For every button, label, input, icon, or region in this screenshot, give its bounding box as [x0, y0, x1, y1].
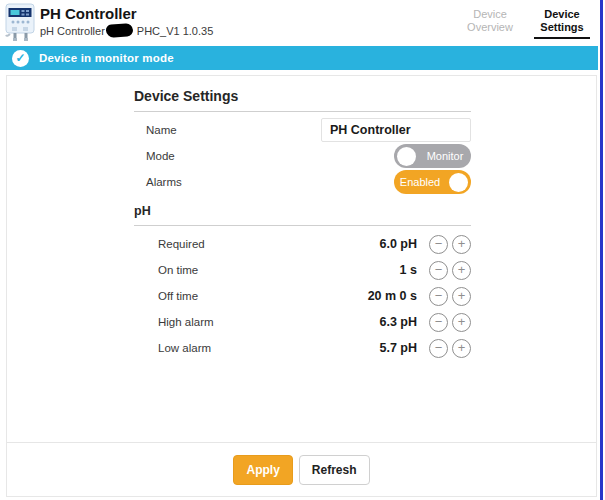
status-banner-text: Device in monitor mode: [39, 52, 174, 64]
alarms-label: Alarms: [134, 176, 182, 188]
heading-divider: [134, 111, 471, 112]
on-time-row: On time 1 s − +: [134, 257, 471, 283]
plus-icon[interactable]: +: [452, 261, 471, 280]
mode-toggle-label: Monitor: [419, 150, 471, 162]
settings-content: Device Settings Name Mode Monitor Alarms: [134, 76, 471, 361]
device-firmware-version: PHC_V1 1.0.35: [137, 25, 213, 37]
status-banner: ✓ Device in monitor mode: [0, 46, 598, 70]
off-time-value: 20 m 0 s: [368, 289, 417, 303]
settings-heading: Device Settings: [134, 88, 471, 104]
page-title: PH Controller: [40, 5, 137, 22]
page-right-border: [600, 0, 603, 500]
alarms-toggle-label: Enabled: [394, 176, 446, 188]
high-alarm-label: High alarm: [134, 316, 214, 328]
settings-card: Device Settings Name Mode Monitor Alarms: [6, 75, 597, 497]
plus-icon[interactable]: +: [452, 339, 471, 358]
plus-icon[interactable]: +: [452, 313, 471, 332]
required-row: Required 6.0 pH − +: [134, 231, 471, 257]
mode-toggle[interactable]: Monitor: [394, 144, 471, 168]
plus-icon[interactable]: +: [452, 287, 471, 306]
high-alarm-row: High alarm 6.3 pH − +: [134, 309, 471, 335]
device-logo-icon: [4, 3, 38, 41]
low-alarm-row: Low alarm 5.7 pH − +: [134, 335, 471, 361]
refresh-button[interactable]: Refresh: [299, 455, 370, 485]
device-subtitle-name: pH Controller: [40, 25, 105, 37]
minus-icon[interactable]: −: [429, 339, 448, 358]
name-label: Name: [134, 124, 177, 136]
app-header: PH Controller pH Controller PHC_V1 1.0.3…: [0, 0, 598, 46]
apply-button[interactable]: Apply: [233, 455, 292, 485]
toggle-knob: [449, 173, 468, 192]
off-time-label: Off time: [134, 290, 198, 302]
minus-icon[interactable]: −: [429, 261, 448, 280]
alarms-toggle[interactable]: Enabled: [394, 170, 471, 194]
header-tabs: Device Overview Device Settings: [462, 8, 590, 39]
minus-icon[interactable]: −: [429, 313, 448, 332]
device-subtitle: pH Controller PHC_V1 1.0.35: [40, 24, 213, 37]
ph-controller-app: PH Controller pH Controller PHC_V1 1.0.3…: [0, 0, 605, 500]
on-time-label: On time: [134, 264, 198, 276]
low-alarm-value: 5.7 pH: [379, 341, 417, 355]
mode-row: Mode Monitor: [134, 143, 471, 169]
minus-icon[interactable]: −: [429, 287, 448, 306]
low-alarm-label: Low alarm: [134, 342, 211, 354]
card-footer: Apply Refresh: [7, 442, 596, 496]
required-value: 6.0 pH: [379, 237, 417, 251]
check-icon: ✓: [12, 50, 29, 67]
tab-device-overview[interactable]: Device Overview: [462, 8, 518, 39]
toggle-knob: [397, 147, 416, 166]
redaction-blob: [105, 23, 133, 38]
on-time-value: 1 s: [400, 263, 417, 277]
required-label: Required: [134, 238, 205, 250]
minus-icon[interactable]: −: [429, 235, 448, 254]
name-input[interactable]: [321, 118, 471, 142]
mode-label: Mode: [134, 150, 175, 162]
ph-divider: [134, 225, 471, 226]
alarms-row: Alarms Enabled: [134, 169, 471, 195]
ph-section-heading: pH: [134, 204, 471, 218]
off-time-row: Off time 20 m 0 s − +: [134, 283, 471, 309]
name-row: Name: [134, 117, 471, 143]
tab-device-settings[interactable]: Device Settings: [534, 8, 590, 39]
plus-icon[interactable]: +: [452, 235, 471, 254]
high-alarm-value: 6.3 pH: [379, 315, 417, 329]
